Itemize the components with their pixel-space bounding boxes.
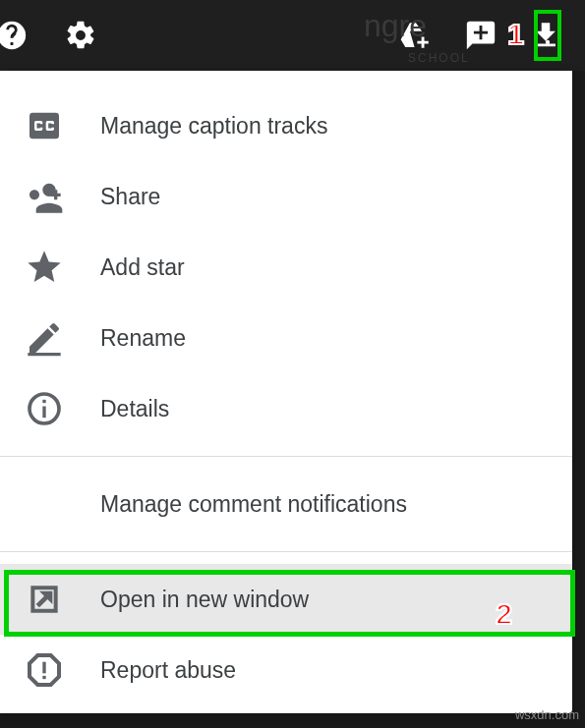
cc-icon bbox=[24, 105, 65, 146]
svg-point-2 bbox=[546, 40, 550, 44]
menu-item-label: Share bbox=[100, 184, 160, 210]
help-icon[interactable] bbox=[0, 16, 31, 55]
menu-item-caption-tracks[interactable]: Manage caption tracks bbox=[0, 90, 572, 161]
info-icon bbox=[24, 388, 65, 429]
topbar: ngre SCHOOL bbox=[0, 0, 585, 71]
share-icon bbox=[24, 176, 65, 217]
topbar-left bbox=[0, 16, 100, 55]
menu-item-label: Details bbox=[100, 396, 169, 422]
menu-item-details[interactable]: Details bbox=[0, 373, 572, 444]
divider bbox=[0, 551, 572, 552]
svg-rect-6 bbox=[42, 676, 45, 679]
rename-icon bbox=[24, 317, 65, 359]
menu-item-add-star[interactable]: Add star bbox=[0, 232, 572, 303]
svg-rect-3 bbox=[42, 407, 45, 419]
star-icon bbox=[24, 247, 65, 288]
menu-item-report-abuse[interactable]: Report abuse bbox=[0, 635, 572, 705]
menu-item-rename[interactable]: Rename bbox=[0, 303, 572, 373]
svg-point-1 bbox=[546, 33, 550, 37]
svg-rect-5 bbox=[42, 662, 45, 674]
settings-icon[interactable] bbox=[61, 16, 100, 55]
dropdown-menu: Manage caption tracks Share Add star Ren… bbox=[0, 71, 572, 713]
menu-item-label: Report abuse bbox=[100, 657, 236, 684]
menu-item-label: Open in new window bbox=[100, 587, 309, 613]
open-new-window-icon bbox=[24, 579, 65, 620]
menu-item-label: Manage comment notifications bbox=[100, 491, 407, 518]
menu-item-open-new-window[interactable]: Open in new window bbox=[0, 564, 572, 635]
menu-item-comment-notifications[interactable]: Manage comment notifications bbox=[0, 469, 572, 539]
menu-item-label: Add star bbox=[100, 254, 185, 281]
report-icon bbox=[24, 649, 65, 691]
drive-add-icon[interactable] bbox=[396, 16, 436, 55]
svg-point-0 bbox=[546, 27, 550, 30]
menu-item-label: Manage caption tracks bbox=[100, 113, 327, 140]
more-options-button[interactable] bbox=[534, 10, 561, 61]
menu-item-share[interactable]: Share bbox=[0, 161, 572, 232]
menu-item-label: Rename bbox=[100, 325, 186, 352]
svg-rect-4 bbox=[42, 400, 45, 403]
comment-add-icon[interactable] bbox=[461, 16, 500, 55]
divider bbox=[0, 456, 572, 457]
